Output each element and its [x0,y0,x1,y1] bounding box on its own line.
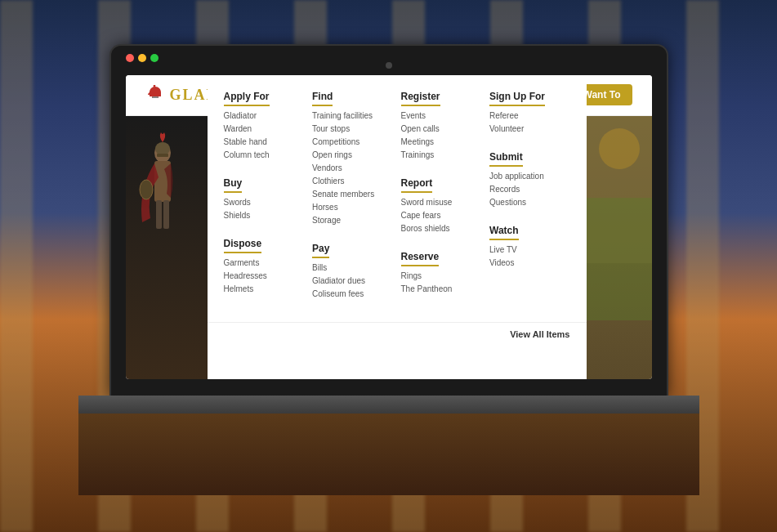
section-title-submit: Submit [489,151,523,167]
mega-menu: Apply For Gladiator Warden Stable hand C… [208,75,587,322]
menu-section-pay: Pay Bills Gladiator dues Coliseum fees [312,240,393,301]
menu-item-open-calls[interactable]: Open calls [401,123,482,136]
menu-item-gladiator-dues[interactable]: Gladiator dues [312,275,393,288]
menu-item-column-tech[interactable]: Column tech [224,149,305,162]
menu-item-horses[interactable]: Horses [312,201,393,214]
svg-point-10 [599,128,640,169]
menu-item-rings[interactable]: Rings [401,270,482,283]
svg-rect-4 [157,154,168,157]
menu-section-buy: Buy Swords Shields [224,175,305,222]
section-title-find: Find [312,91,333,106]
svg-rect-9 [587,198,652,320]
menu-column-3: Register Events Open calls Meetings Trai… [401,88,482,314]
menu-item-videos[interactable]: Videos [489,257,570,270]
menu-section-reserve: Reserve Rings The Pantheon [401,248,482,296]
menu-item-coliseum-fees[interactable]: Coliseum fees [312,288,393,301]
traffic-lights [126,54,159,62]
menu-section-dispose: Dispose Garments Headresses Helmets [224,235,305,296]
menu-item-garments[interactable]: Garments [224,257,305,270]
laptop-camera [386,62,392,69]
menu-section-register: Register Events Open calls Meetings Trai… [401,88,482,162]
menu-item-trainings[interactable]: Trainings [401,149,482,162]
side-image-right [587,116,652,379]
menu-column-2: Find Training facilities Tour stops Comp… [312,88,393,314]
menu-section-report: Report Sword misuse Cape fears Boros shi… [401,175,482,235]
svg-rect-6 [156,200,162,229]
menu-item-cape-fears[interactable]: Cape fears [401,209,482,222]
traffic-light-green[interactable] [150,54,159,62]
traffic-light-red[interactable] [126,54,134,62]
gladiator-silhouette [130,132,195,255]
section-title-watch: Watch [489,225,519,240]
menu-item-stable-hand[interactable]: Stable hand [224,136,305,149]
section-title-sign-up-for: Sign Up For [489,91,545,106]
menu-item-gladiator[interactable]: Gladiator [224,110,305,123]
traffic-light-yellow[interactable] [138,54,146,62]
menu-column-4: Sign Up For Referee Volunteer Submit Job… [489,88,570,314]
side-image-left [126,116,208,379]
menu-section-find: Find Training facilities Tour stops Comp… [312,88,393,227]
landscape-svg [587,116,652,320]
section-title-pay: Pay [312,243,329,258]
menu-item-live-tv[interactable]: Live TV [489,244,570,257]
dropdown-overlay: Apply For Gladiator Warden Stable hand C… [208,75,587,346]
menu-section-watch: Watch Live TV Videos [489,222,570,270]
menu-item-events[interactable]: Events [401,110,482,123]
menu-item-questions[interactable]: Questions [489,196,570,209]
menu-item-storage[interactable]: Storage [312,214,393,227]
menu-item-sword-misuse[interactable]: Sword misuse [401,196,482,209]
menu-section-apply-for: Apply For Gladiator Warden Stable hand C… [224,88,305,162]
site-wrapper: GLADIATOR Locations Products Shop Contac… [126,75,652,379]
menu-item-open-rings[interactable]: Open rings [312,149,393,162]
menu-item-helmets[interactable]: Helmets [224,283,305,296]
menu-item-competitions[interactable]: Competitions [312,136,393,149]
laptop-table [78,414,699,495]
menu-item-meetings[interactable]: Meetings [401,136,482,149]
menu-item-headresses[interactable]: Headresses [224,270,305,283]
svg-rect-0 [152,96,159,98]
svg-point-5 [140,180,153,199]
section-title-report: Report [401,177,433,193]
view-all-items[interactable]: View All Items [208,322,587,346]
menu-item-training-facilities[interactable]: Training facilities [312,110,393,123]
browser-content: GLADIATOR Locations Products Shop Contac… [126,75,652,379]
menu-item-swords[interactable]: Swords [224,196,305,209]
menu-item-bills[interactable]: Bills [312,262,393,275]
menu-item-the-pantheon[interactable]: The Pantheon [401,283,482,296]
menu-item-records[interactable]: Records [489,183,570,196]
menu-item-volunteer[interactable]: Volunteer [489,123,570,136]
section-title-apply-for: Apply For [224,91,270,106]
laptop-screen: GLADIATOR Locations Products Shop Contac… [111,46,667,397]
menu-item-referee[interactable]: Referee [489,110,570,123]
menu-item-shields[interactable]: Shields [224,209,305,222]
laptop: GLADIATOR Locations Products Shop Contac… [78,46,699,487]
menu-section-submit: Submit Job application Records Questions [489,149,570,209]
logo-helmet-icon [145,85,165,105]
menu-item-clothiers[interactable]: Clothiers [312,175,393,188]
menu-item-boros-shields[interactable]: Boros shields [401,222,482,235]
section-title-dispose: Dispose [224,238,262,253]
section-title-buy: Buy [224,177,243,193]
section-title-reserve: Reserve [401,251,440,266]
section-title-register: Register [401,91,440,106]
svg-rect-7 [163,200,169,229]
menu-section-sign-up-for: Sign Up For Referee Volunteer [489,88,570,136]
svg-point-3 [155,142,170,155]
menu-item-job-application[interactable]: Job application [489,170,570,183]
menu-item-warden[interactable]: Warden [224,123,305,136]
menu-item-tour-stops[interactable]: Tour stops [312,123,393,136]
menu-column-1: Apply For Gladiator Warden Stable hand C… [224,88,305,314]
menu-item-vendors[interactable]: Vendors [312,162,393,175]
menu-item-senate-members[interactable]: Senate members [312,188,393,201]
